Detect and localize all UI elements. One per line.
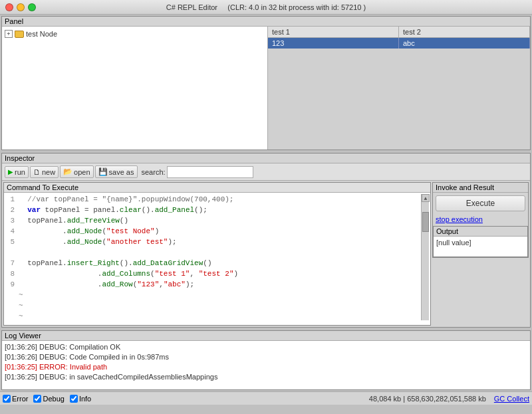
log-label: Log Viewer — [2, 331, 530, 341]
line-numbers: 1 2 3 4 5 7 8 9 — [5, 194, 19, 320]
run-icon: ▶ — [8, 168, 13, 175]
code-line: .add_Row("123","abc"); — [19, 279, 421, 290]
command-section: Command To Execute 1 2 3 4 5 7 8 9 — [3, 182, 431, 326]
code-line: topPanel.insert_Right().add_DataGridView… — [19, 258, 421, 268]
save-button[interactable]: 💾 save as — [95, 165, 138, 178]
search-label: search: — [142, 168, 166, 176]
grid-cell-1: 123 — [268, 38, 399, 49]
expand-icon[interactable]: + — [5, 30, 13, 38]
open-button[interactable]: 📂 open — [60, 165, 93, 178]
grid-cell-2: abc — [399, 38, 530, 49]
titlebar: C# REPL Editor (CLR: 4.0 in 32 bit proce… — [0, 0, 532, 15]
inspector-body: Command To Execute 1 2 3 4 5 7 8 9 — [2, 181, 530, 327]
execute-button[interactable]: Execute — [436, 195, 525, 211]
code-lines: 1 2 3 4 5 7 8 9 — [5, 194, 429, 320]
panel-content: + test Node test 1 test 2 123 abc — [2, 27, 530, 150]
gc-collect-link[interactable]: GC Collect — [494, 395, 529, 403]
new-label: new — [42, 168, 55, 176]
log-line: [01:36:26] DEBUG: Code Compiled in in 0s… — [5, 352, 527, 362]
code-line — [19, 247, 421, 258]
error-label: Error — [12, 395, 28, 403]
code-content: //var topPanel = "{name}".popupWindow(70… — [19, 194, 421, 320]
inspector-toolbar: ▶ run 🗋 new 📂 open 💾 save as search: — [2, 163, 530, 181]
code-area[interactable]: 1 2 3 4 5 7 8 9 — [4, 193, 430, 320]
right-panel: Invoke and Result Execute stop execution… — [432, 182, 529, 326]
log-line: [01:36:25] DEBUG: in saveCachedCompiledA… — [5, 372, 527, 382]
run-button[interactable]: ▶ run — [5, 166, 29, 178]
error-checkbox-container[interactable]: Error — [3, 395, 28, 403]
inspector-section: Inspector ▶ run 🗋 new 📂 open 💾 save as s… — [1, 153, 531, 328]
new-button[interactable]: 🗋 new — [30, 166, 59, 178]
output-label: Output — [434, 227, 527, 237]
code-line: ~ — [19, 290, 421, 300]
close-button[interactable] — [5, 3, 13, 11]
code-line: topPanel.add_TreeView() — [19, 215, 421, 226]
main-container: Panel + test Node test 1 test 2 123 abc — [0, 15, 532, 414]
minimize-button[interactable] — [17, 3, 25, 11]
info-checkbox[interactable] — [70, 395, 78, 403]
vertical-scrollbar[interactable]: ▲ ▼ — [421, 194, 429, 320]
grid-header: test 1 test 2 — [268, 27, 530, 38]
grid-header-col1: test 1 — [268, 27, 399, 37]
new-icon: 🗋 — [33, 168, 41, 176]
log-content[interactable]: [01:36:26] DEBUG: Compilation OK [01:36:… — [2, 341, 530, 389]
code-line: var topPanel = panel.clear().add_Panel()… — [19, 205, 421, 215]
invoke-label: Invoke and Result — [433, 183, 528, 193]
stop-execution-link[interactable]: stop execution — [433, 214, 528, 225]
inspector-label: Inspector — [2, 154, 530, 163]
window-title: C# REPL Editor (CLR: 4.0 in 32 bit proce… — [166, 3, 366, 11]
status-bar: Error Debug Info 48,084 kb | 658,630,282… — [0, 391, 532, 405]
open-icon: 📂 — [63, 167, 72, 176]
panel-section: Panel + test Node test 1 test 2 123 abc — [1, 16, 531, 150]
save-label: save as — [109, 168, 134, 176]
table-row[interactable]: 123 abc — [268, 38, 530, 49]
data-grid[interactable]: test 1 test 2 123 abc — [268, 27, 530, 150]
info-checkbox-container[interactable]: Info — [70, 395, 91, 403]
save-icon: 💾 — [98, 167, 108, 176]
debug-checkbox-container[interactable]: Debug — [33, 395, 64, 403]
code-line: ~ — [19, 300, 421, 311]
code-line: //var topPanel = "{name}".popupWindow(70… — [19, 194, 421, 205]
open-label: open — [74, 168, 90, 176]
folder-icon — [15, 31, 24, 38]
tree-node[interactable]: + test Node — [5, 29, 265, 39]
maximize-button[interactable] — [28, 3, 36, 11]
code-line: ~ — [19, 311, 421, 320]
app-name: C# REPL Editor — [166, 3, 217, 11]
scrollbar-thumb[interactable] — [422, 212, 429, 232]
debug-checkbox[interactable] — [33, 395, 41, 403]
log-line: [01:36:25] ERROR: Invalid path — [5, 362, 527, 372]
clr-info: (CLR: 4.0 in 32 bit process with id: 572… — [227, 3, 366, 11]
run-label: run — [15, 168, 25, 176]
invoke-section: Invoke and Result Execute stop execution… — [432, 182, 529, 258]
output-section: Output [null value] — [433, 226, 528, 257]
output-value: [null value] — [434, 237, 527, 257]
log-section: Log Viewer [01:36:26] DEBUG: Compilation… — [1, 330, 531, 390]
error-checkbox[interactable] — [3, 395, 11, 403]
scroll-up-arrow[interactable]: ▲ — [422, 194, 430, 202]
size-info: 48,084 kb | 658,630,282,051,588 kb — [369, 395, 486, 403]
debug-label: Debug — [43, 395, 64, 403]
code-line: .add_Columns("test 1", "test 2") — [19, 268, 421, 279]
panel-label: Panel — [2, 17, 530, 27]
window-controls — [5, 3, 36, 11]
code-line: .add_Node("test Node") — [19, 226, 421, 237]
search-input[interactable] — [167, 166, 253, 178]
log-line: [01:36:26] DEBUG: Compilation OK — [5, 342, 527, 352]
command-label: Command To Execute — [4, 183, 430, 193]
grid-header-col2: test 2 — [399, 27, 530, 37]
tree-view[interactable]: + test Node — [2, 27, 268, 150]
code-line: .add_Node("another test"); — [19, 237, 421, 247]
info-label: Info — [79, 395, 91, 403]
tree-node-label: test Node — [26, 30, 57, 38]
